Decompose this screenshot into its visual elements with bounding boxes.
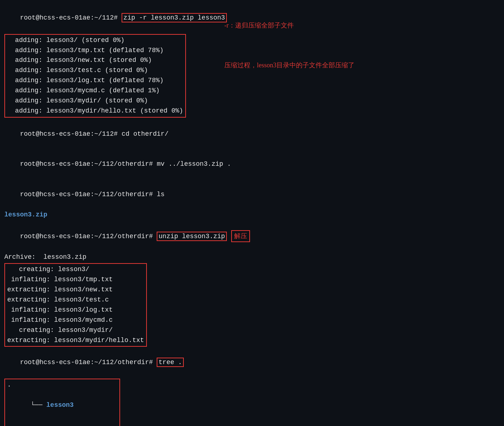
tree-line-1: └── lesson3 xyxy=(7,390,117,421)
unzip-line-7: creating: lesson3/mydir/ xyxy=(7,325,144,336)
unzip-line-1: creating: lesson3/ xyxy=(7,265,144,275)
unzip-output-box: creating: lesson3/ inflating: lesson3/tm… xyxy=(4,263,147,347)
unzip-line-5: inflating: lesson3/log.txt xyxy=(7,305,144,315)
zip-line-6: adding: lesson3/mycmd.c (deflated 1%) xyxy=(7,86,183,96)
prompt-4: root@hcss-ecs-01ae:~/112/otherdir# xyxy=(20,191,157,198)
cmd6-box: tree . xyxy=(157,358,184,367)
unzip-line-2: inflating: lesson3/tmp.txt xyxy=(7,275,144,285)
r-flag-annotation: -r：递归压缩全部子文件 xyxy=(224,21,294,30)
cmd6-cmd: tree . xyxy=(158,359,182,366)
cmd2-line: root@hcss-ecs-01ae:~/112# cd otherdir/ xyxy=(4,119,500,149)
terminal: root@hcss-ecs-01ae:~/112# zip -r lesson3… xyxy=(0,0,504,426)
zip-line-2: adding: lesson3/tmp.txt (deflated 78%) xyxy=(7,46,183,56)
archive-line: Archive: lesson3.zip xyxy=(4,252,500,262)
unzip-line-8: extracting: lesson3/mydir/hello.txt xyxy=(7,336,144,346)
cmd5-cmd: unzip lesson3.zip xyxy=(158,233,225,240)
cmd1-cmd: zip -r lesson3.zip lesson3 xyxy=(123,14,225,21)
tree-line-2: ├── log.txt xyxy=(7,421,117,426)
tree-output-box: . └── lesson3 ├── log.txt ├── mycmd.c ├─… xyxy=(4,379,120,426)
prompt-6: root@hcss-ecs-01ae:~/112/otherdir# xyxy=(20,359,157,366)
zip-line-5: adding: lesson3/log.txt (deflated 78%) xyxy=(7,76,183,86)
tree-lesson3: lesson3 xyxy=(46,401,74,409)
zip-output-box: adding: lesson3/ (stored 0%) adding: les… xyxy=(4,34,186,118)
unzip-line-6: inflating: lesson3/mycmd.c xyxy=(7,315,144,325)
zip-line-1: adding: lesson3/ (stored 0%) xyxy=(7,35,183,46)
cmd3-cmd: mv ../lesson3.zip . xyxy=(157,160,231,168)
cmd3-line: root@hcss-ecs-01ae:~/112/otherdir# mv ..… xyxy=(4,149,500,180)
prompt-3: root@hcss-ecs-01ae:~/112/otherdir# xyxy=(20,160,157,168)
cmd4-line: root@hcss-ecs-01ae:~/112/otherdir# ls xyxy=(4,180,500,210)
tree-dot: . xyxy=(7,380,117,390)
cmd1-box: zip -r lesson3.zip lesson3 xyxy=(122,13,227,22)
cmd2-cmd: cd otherdir/ xyxy=(122,130,169,138)
cmd5-box: unzip lesson3.zip xyxy=(157,232,227,241)
unzip-line-4: extracting: lesson3/test.c xyxy=(7,295,144,305)
zip-line-7: adding: lesson3/mydir/ (stored 0%) xyxy=(7,96,183,106)
unzip-label-annotation: 解压 xyxy=(231,230,250,242)
cmd6-line: root@hcss-ecs-01ae:~/112/otherdir# tree … xyxy=(4,347,500,378)
cmd5-line: root@hcss-ecs-01ae:~/112/otherdir# unzip… xyxy=(4,220,500,253)
cmd4-cmd: ls xyxy=(157,191,165,198)
zip-line-4: adding: lesson3/test.c (stored 0%) xyxy=(7,66,183,76)
unzip-line-3: extracting: lesson3/new.txt xyxy=(7,285,144,295)
prompt-2: root@hcss-ecs-01ae:~/112# xyxy=(20,130,122,138)
prompt-1: root@hcss-ecs-01ae:~/112# xyxy=(20,14,122,21)
zip-line-3: adding: lesson3/new.txt (stored 0%) xyxy=(7,55,183,66)
compress-note-annotation: 压缩过程，lesson3目录中的子文件全部压缩了 xyxy=(224,61,355,69)
zip-line-8: adding: lesson3/mydir/hello.txt (stored … xyxy=(7,106,183,116)
ls-output: lesson3.zip xyxy=(4,210,500,220)
tree-branch-1: └── xyxy=(31,401,46,409)
prompt-5: root@hcss-ecs-01ae:~/112/otherdir# xyxy=(20,233,157,240)
